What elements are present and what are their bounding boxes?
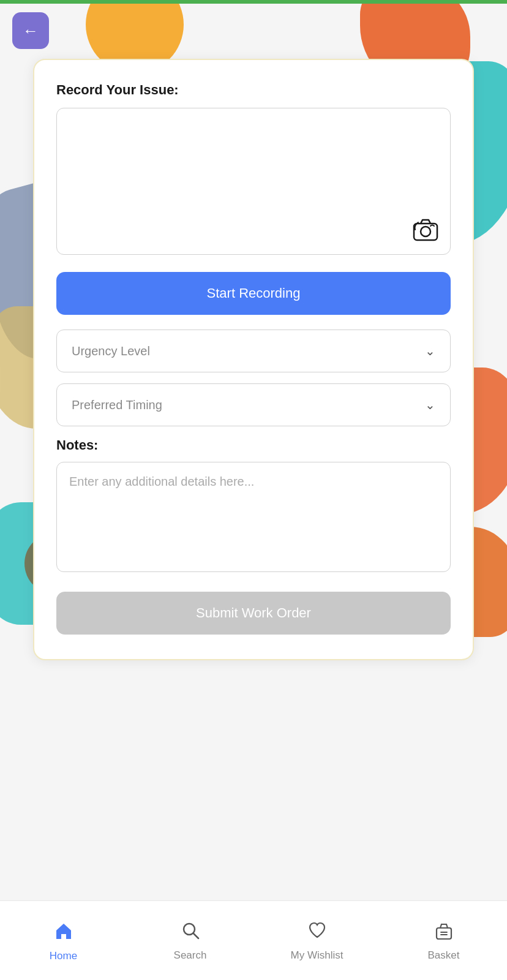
- svg-line-3: [193, 933, 198, 938]
- svg-rect-4: [437, 928, 451, 939]
- home-icon: [53, 919, 75, 946]
- notes-label: Notes:: [56, 437, 451, 453]
- search-nav-label: Search: [174, 949, 207, 962]
- wishlist-icon: [307, 920, 328, 946]
- recording-area: [56, 108, 451, 255]
- bottom-nav: Home Search My Wishlist Basket: [0, 900, 507, 980]
- urgency-label: Urgency Level: [72, 344, 150, 358]
- notes-textarea[interactable]: [56, 462, 451, 572]
- top-bar: [0, 0, 507, 4]
- svg-point-1: [421, 227, 430, 236]
- nav-item-home[interactable]: Home: [0, 919, 127, 962]
- basket-icon: [434, 920, 454, 946]
- submit-button[interactable]: Submit Work Order: [56, 592, 451, 635]
- back-arrow-icon: ←: [23, 23, 39, 39]
- nav-item-search[interactable]: Search: [127, 920, 254, 962]
- basket-nav-label: Basket: [428, 949, 460, 962]
- home-nav-label: Home: [50, 950, 77, 962]
- record-label: Record Your Issue:: [56, 82, 451, 98]
- main-card: Record Your Issue: Start Recording Urgen…: [33, 59, 474, 660]
- camera-button[interactable]: [411, 215, 440, 244]
- start-recording-button[interactable]: Start Recording: [56, 272, 451, 315]
- camera-icon: [412, 216, 439, 243]
- timing-label: Preferred Timing: [72, 398, 162, 412]
- urgency-dropdown[interactable]: Urgency Level ⌄: [56, 330, 451, 372]
- timing-dropdown[interactable]: Preferred Timing ⌄: [56, 383, 451, 426]
- timing-chevron-icon: ⌄: [425, 398, 435, 412]
- wishlist-nav-label: My Wishlist: [291, 949, 344, 962]
- nav-item-basket[interactable]: Basket: [380, 920, 507, 962]
- urgency-chevron-icon: ⌄: [425, 344, 435, 358]
- nav-item-wishlist[interactable]: My Wishlist: [254, 920, 380, 962]
- back-button[interactable]: ←: [12, 12, 49, 49]
- search-icon: [180, 920, 201, 946]
